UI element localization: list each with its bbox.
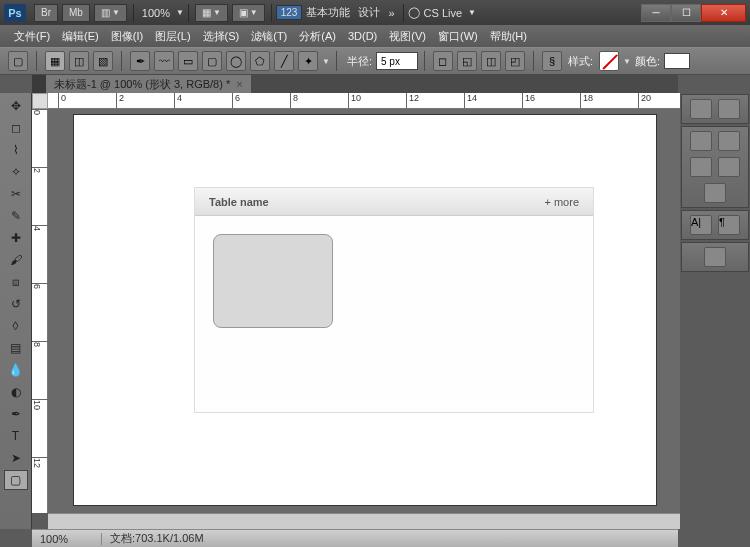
layers-panel-icon[interactable] — [718, 99, 740, 119]
table-more-link[interactable]: + more — [544, 196, 579, 208]
brush-tool-icon[interactable]: 🖌 — [4, 250, 28, 270]
document-tab-title: 未标题-1 @ 100% (形状 3, RGB/8) * — [54, 77, 230, 92]
history-brush-tool-icon[interactable]: ↺ — [4, 294, 28, 314]
menu-file[interactable]: 文件(F) — [8, 27, 56, 46]
close-button[interactable]: ✕ — [701, 4, 746, 22]
crop-tool-icon[interactable]: ✂ — [4, 184, 28, 204]
extras-button[interactable]: ▣▼ — [232, 4, 265, 22]
rectangle-icon[interactable]: ▭ — [178, 51, 198, 71]
minibridge-button[interactable]: Mb — [62, 4, 90, 22]
menu-layer[interactable]: 图层(L) — [149, 27, 196, 46]
color-label: 颜色: — [635, 54, 660, 69]
menu-view[interactable]: 视图(V) — [383, 27, 432, 46]
ellipse-icon[interactable]: ◯ — [226, 51, 246, 71]
workspace-design[interactable]: 设计 — [358, 5, 380, 20]
status-doc-size[interactable]: 文档:703.1K/1.06M — [102, 531, 204, 546]
dodge-tool-icon[interactable]: ◐ — [4, 382, 28, 402]
brush-panel-icon[interactable] — [690, 157, 712, 177]
paths-icon[interactable]: ◫ — [69, 51, 89, 71]
fill-pixels-icon[interactable]: ▧ — [93, 51, 113, 71]
swatches-panel-icon[interactable] — [718, 131, 740, 151]
maximize-button[interactable]: ☐ — [671, 4, 701, 22]
blur-tool-icon[interactable]: 💧 — [4, 360, 28, 380]
gradient-tool-icon[interactable]: ▤ — [4, 338, 28, 358]
minimize-button[interactable]: ─ — [641, 4, 671, 22]
radius-label: 半径: — [347, 54, 372, 69]
document-tab-bar: 未标题-1 @ 100% (形状 3, RGB/8) * × — [32, 75, 678, 93]
wand-tool-icon[interactable]: ✧ — [4, 162, 28, 182]
combine-exclude-icon[interactable]: ◰ — [505, 51, 525, 71]
color-swatch[interactable] — [664, 53, 690, 69]
radius-input[interactable] — [376, 52, 418, 70]
move-tool-icon[interactable]: ✥ — [4, 96, 28, 116]
menu-bar: 文件(F) 编辑(E) 图像(I) 图层(L) 选择(S) 滤镜(T) 分析(A… — [0, 25, 750, 47]
horizontal-scrollbar[interactable] — [48, 513, 680, 529]
workspace-badge: 123 — [276, 5, 303, 20]
table-widget: Table name + more — [194, 187, 594, 413]
history-panel-icon[interactable] — [690, 99, 712, 119]
shape-layers-icon[interactable]: ▦ — [45, 51, 65, 71]
paths-panel-icon[interactable] — [718, 157, 740, 177]
line-icon[interactable]: ╱ — [274, 51, 294, 71]
tab-grabber-icon[interactable] — [32, 75, 46, 93]
vertical-ruler[interactable]: 024681012 — [32, 109, 48, 513]
paragraph-panel-icon[interactable]: ¶ — [718, 215, 740, 235]
screenmode-button[interactable]: ▥▼ — [94, 4, 127, 22]
rounded-rect-shape[interactable] — [213, 234, 333, 328]
menu-filter[interactable]: 滤镜(T) — [245, 27, 293, 46]
canvas-viewport[interactable]: Table name + more — [48, 109, 680, 513]
arrange-button[interactable]: ▦▼ — [195, 4, 228, 22]
style-swatch[interactable] — [599, 51, 619, 71]
horizontal-ruler[interactable]: 02468101214161820 — [48, 93, 680, 109]
menu-3d[interactable]: 3D(D) — [342, 28, 383, 44]
polygon-icon[interactable]: ⬠ — [250, 51, 270, 71]
rounded-rect-icon[interactable]: ▢ — [202, 51, 222, 71]
type-a-panel-icon[interactable]: A| — [690, 215, 712, 235]
tool-preset-icon[interactable]: ▢ — [8, 51, 28, 71]
panel-dock: A| ¶ — [680, 93, 750, 529]
workspace-essentials[interactable]: 基本功能 — [306, 5, 350, 20]
eyedropper-tool-icon[interactable]: ✎ — [4, 206, 28, 226]
menu-window[interactable]: 窗口(W) — [432, 27, 484, 46]
cslive-button[interactable]: CS Live — [424, 7, 463, 19]
canvas-area: 02468101214161820 024681012 Table name +… — [32, 93, 680, 529]
adjust-panel-icon[interactable] — [704, 183, 726, 203]
style-label: 样式: — [568, 54, 593, 69]
path-select-tool-icon[interactable]: ➤ — [4, 448, 28, 468]
ps-logo-icon: Ps — [4, 4, 26, 22]
title-bar: Ps Br Mb ▥▼ 100%▼ ▦▼ ▣▼ 123 基本功能 设计 » ◯C… — [0, 0, 750, 25]
combine-subtract-icon[interactable]: ◱ — [457, 51, 477, 71]
combine-intersect-icon[interactable]: ◫ — [481, 51, 501, 71]
pen-tool-icon[interactable]: ✒ — [4, 404, 28, 424]
type-tool-icon[interactable]: T — [4, 426, 28, 446]
options-bar: ▢ ▦ ◫ ▧ ✒ 〰 ▭ ▢ ◯ ⬠ ╱ ✦ ▼ 半径: ◻ ◱ ◫ ◰ § … — [0, 47, 750, 75]
freeform-pen-icon[interactable]: 〰 — [154, 51, 174, 71]
marquee-tool-icon[interactable]: ◻ — [4, 118, 28, 138]
eraser-tool-icon[interactable]: ◊ — [4, 316, 28, 336]
menu-image[interactable]: 图像(I) — [105, 27, 149, 46]
document-tab[interactable]: 未标题-1 @ 100% (形状 3, RGB/8) * × — [46, 75, 251, 93]
ruler-origin[interactable] — [32, 93, 48, 109]
zoom-level[interactable]: 100% — [142, 7, 170, 19]
tab-close-icon[interactable]: × — [236, 78, 242, 90]
custom-shape-icon[interactable]: ✦ — [298, 51, 318, 71]
workspace: ✥ ◻ ⌇ ✧ ✂ ✎ ✚ 🖌 ⧇ ↺ ◊ ▤ 💧 ◐ ✒ T ➤ ▢ 0246… — [0, 93, 750, 529]
link-icon[interactable]: § — [542, 51, 562, 71]
character-panel-icon[interactable] — [690, 131, 712, 151]
menu-analysis[interactable]: 分析(A) — [293, 27, 342, 46]
heal-tool-icon[interactable]: ✚ — [4, 228, 28, 248]
pen-icon[interactable]: ✒ — [130, 51, 150, 71]
document-canvas[interactable]: Table name + more — [74, 115, 656, 505]
bridge-button[interactable]: Br — [34, 4, 58, 22]
menu-select[interactable]: 选择(S) — [197, 27, 246, 46]
status-zoom[interactable]: 100% — [32, 533, 102, 545]
menu-help[interactable]: 帮助(H) — [484, 27, 533, 46]
stamp-tool-icon[interactable]: ⧇ — [4, 272, 28, 292]
combine-add-icon[interactable]: ◻ — [433, 51, 453, 71]
table-name-label: Table name — [209, 196, 269, 208]
lasso-tool-icon[interactable]: ⌇ — [4, 140, 28, 160]
workspace-more[interactable]: » — [388, 7, 394, 19]
menu-edit[interactable]: 编辑(E) — [56, 27, 105, 46]
info-panel-icon[interactable] — [704, 247, 726, 267]
shape-tool-icon[interactable]: ▢ — [4, 470, 28, 490]
